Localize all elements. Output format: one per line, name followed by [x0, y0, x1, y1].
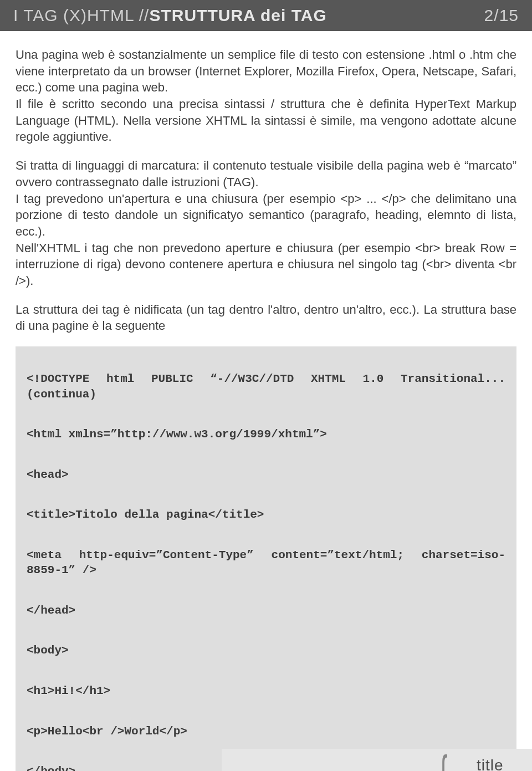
code-line-5: <meta http-equiv=”Content-Type” content=… [27, 549, 505, 576]
body-content: Una pagina web è sostanzialmente un semp… [0, 31, 532, 771]
page-number: 2/15 [484, 6, 519, 25]
diagram-title: title [477, 757, 504, 771]
code-line-4: <title>Titolo della pagina</title> [27, 508, 264, 521]
code-line-8: <h1>Hi!</h1> [27, 685, 110, 697]
header-title: STRUTTURA dei TAG [149, 6, 326, 25]
paragraph-3: Si tratta di linguaggi di marcatura: il … [16, 157, 516, 289]
code-line-7: <body> [27, 644, 69, 657]
brace-icon: { [364, 762, 378, 771]
code-line-1: <!DOCTYPE html PUBLIC “-//W3C//DTD XHTML… [27, 372, 513, 400]
code-line-9: <p>Hello<br />World</p> [27, 725, 187, 738]
code-line-3: <head> [27, 468, 69, 481]
code-line-6: </head> [27, 604, 75, 617]
brace-icon: { [439, 749, 448, 771]
page-header: I TAG (X)HTML // STRUTTURA dei TAG 2/15 [0, 0, 532, 31]
structure-diagram: (!doctype) html { head body { { title me… [222, 749, 532, 771]
code-line-2: <html xmlns=”http://www.w3.org/1999/xhtm… [27, 428, 327, 441]
code-line-10: </body> [27, 765, 75, 771]
paragraph-6: La struttura dei tag è nidificata (un ta… [16, 302, 516, 334]
paragraph-1: Una pagina web è sostanzialmente un semp… [16, 47, 516, 145]
code-snippet: <!DOCTYPE html PUBLIC “-//W3C//DTD XHTML… [16, 346, 516, 771]
header-prefix: I TAG (X)HTML // [13, 6, 149, 25]
